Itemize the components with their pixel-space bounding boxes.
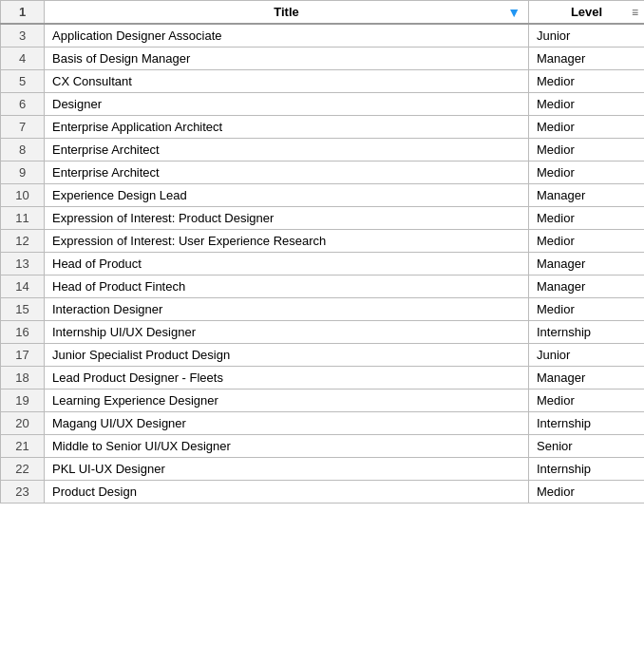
row-title: CX Consultant bbox=[45, 70, 529, 93]
row-level: Manager bbox=[529, 184, 645, 207]
row-title: Head of Product bbox=[45, 253, 529, 276]
row-level: Medior bbox=[529, 93, 645, 116]
row-title: Application Designer Associate bbox=[45, 24, 529, 48]
table-row: 6DesignerMedior bbox=[1, 93, 645, 116]
row-title: PKL UI-UX Designer bbox=[45, 458, 529, 481]
row-number-header: 1 bbox=[1, 1, 45, 25]
row-level: Manager bbox=[529, 48, 645, 70]
row-number: 3 bbox=[1, 24, 45, 48]
sort-icon[interactable]: ≡ bbox=[632, 6, 638, 19]
row-number: 17 bbox=[1, 344, 45, 367]
table-row: 18Lead Product Designer - FleetsManager bbox=[1, 367, 645, 390]
row-title: Head of Product Fintech bbox=[45, 276, 529, 298]
row-title: Middle to Senior UI/UX Designer bbox=[45, 435, 529, 458]
row-number: 4 bbox=[1, 48, 45, 70]
row-number: 7 bbox=[1, 116, 45, 139]
row-number: 13 bbox=[1, 253, 45, 276]
row-level: Manager bbox=[529, 367, 645, 390]
row-title: Internship UI/UX Designer bbox=[45, 321, 529, 344]
row-level: Medior bbox=[529, 298, 645, 321]
row-title: Enterprise Application Architect bbox=[45, 116, 529, 139]
row-number: 8 bbox=[1, 139, 45, 162]
row-number: 15 bbox=[1, 298, 45, 321]
row-number: 11 bbox=[1, 207, 45, 230]
row-level: Medior bbox=[529, 162, 645, 184]
row-level: Medior bbox=[529, 390, 645, 412]
table-row: 4Basis of Design ManagerManager bbox=[1, 48, 645, 70]
table-row: 17Junior Specialist Product DesignJunior bbox=[1, 344, 645, 367]
table-row: 9Enterprise ArchitectMedior bbox=[1, 162, 645, 184]
table-row: 16Internship UI/UX DesignerInternship bbox=[1, 321, 645, 344]
row-level: Junior bbox=[529, 344, 645, 367]
row-title: Basis of Design Manager bbox=[45, 48, 529, 70]
row-level: Internship bbox=[529, 321, 645, 344]
row-title: Enterprise Architect bbox=[45, 162, 529, 184]
title-column-header[interactable]: Title ▼ bbox=[45, 1, 529, 25]
row-level: Medior bbox=[529, 481, 645, 504]
table-row: 20Magang UI/UX DesignerInternship bbox=[1, 412, 645, 435]
row-number: 14 bbox=[1, 276, 45, 298]
table-row: 21Middle to Senior UI/UX DesignerSenior bbox=[1, 435, 645, 458]
row-level: Medior bbox=[529, 116, 645, 139]
table-row: 3Application Designer AssociateJunior bbox=[1, 24, 645, 48]
row-number: 10 bbox=[1, 184, 45, 207]
row-title: Junior Specialist Product Design bbox=[45, 344, 529, 367]
row-number: 16 bbox=[1, 321, 45, 344]
row-title: Enterprise Architect bbox=[45, 139, 529, 162]
level-header-label: Level bbox=[571, 5, 602, 19]
table-row: 5CX ConsultantMedior bbox=[1, 70, 645, 93]
level-column-header[interactable]: Level ≡ bbox=[529, 1, 645, 25]
table-row: 7Enterprise Application ArchitectMedior bbox=[1, 116, 645, 139]
row-level: Medior bbox=[529, 70, 645, 93]
table-row: 19Learning Experience DesignerMedior bbox=[1, 390, 645, 412]
table-row: 23Product DesignMedior bbox=[1, 481, 645, 504]
table-row: 15Interaction DesignerMedior bbox=[1, 298, 645, 321]
data-table: 1 Title ▼ Level ≡ 3Application Designer … bbox=[0, 0, 644, 504]
row-title: Product Design bbox=[45, 481, 529, 504]
row-number: 12 bbox=[1, 230, 45, 253]
table-row: 10Experience Design LeadManager bbox=[1, 184, 645, 207]
row-number: 22 bbox=[1, 458, 45, 481]
table-row: 8Enterprise ArchitectMedior bbox=[1, 139, 645, 162]
row-level: Senior bbox=[529, 435, 645, 458]
row-number: 9 bbox=[1, 162, 45, 184]
row-number: 20 bbox=[1, 412, 45, 435]
title-header-label: Title bbox=[274, 5, 299, 19]
row-title: Magang UI/UX Designer bbox=[45, 412, 529, 435]
table-row: 12Expression of Interest: User Experienc… bbox=[1, 230, 645, 253]
row-title: Expression of Interest: Product Designer bbox=[45, 207, 529, 230]
row-title: Designer bbox=[45, 93, 529, 116]
row-title: Lead Product Designer - Fleets bbox=[45, 367, 529, 390]
row-level: Manager bbox=[529, 276, 645, 298]
row-number: 5 bbox=[1, 70, 45, 93]
row-number: 23 bbox=[1, 481, 45, 504]
row-number: 18 bbox=[1, 367, 45, 390]
table-header-row: 1 Title ▼ Level ≡ bbox=[1, 1, 645, 25]
row-level: Junior bbox=[529, 24, 645, 48]
row-level: Manager bbox=[529, 253, 645, 276]
table-row: 13Head of ProductManager bbox=[1, 253, 645, 276]
row-number: 21 bbox=[1, 435, 45, 458]
table-row: 14Head of Product FintechManager bbox=[1, 276, 645, 298]
filter-icon[interactable]: ▼ bbox=[507, 5, 521, 20]
row-level: Medior bbox=[529, 230, 645, 253]
row-level: Internship bbox=[529, 458, 645, 481]
row-level: Internship bbox=[529, 412, 645, 435]
table-row: 11Expression of Interest: Product Design… bbox=[1, 207, 645, 230]
row-title: Interaction Designer bbox=[45, 298, 529, 321]
row-title: Experience Design Lead bbox=[45, 184, 529, 207]
row-title: Learning Experience Designer bbox=[45, 390, 529, 412]
row-level: Medior bbox=[529, 139, 645, 162]
row-level: Medior bbox=[529, 207, 645, 230]
row-title: Expression of Interest: User Experience … bbox=[45, 230, 529, 253]
row-number: 6 bbox=[1, 93, 45, 116]
table-row: 22PKL UI-UX DesignerInternship bbox=[1, 458, 645, 481]
row-number: 19 bbox=[1, 390, 45, 412]
